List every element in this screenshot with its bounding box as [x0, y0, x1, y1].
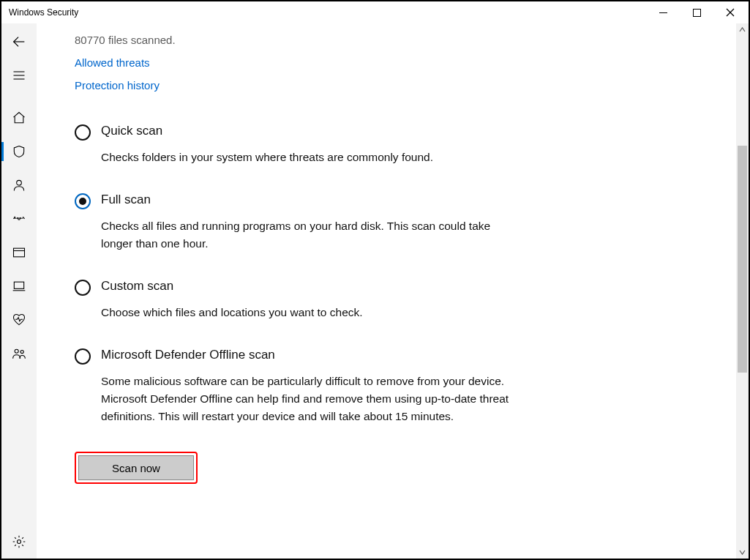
svg-point-15 [20, 350, 23, 353]
custom-scan-option[interactable]: Custom scan Choose which files and locat… [75, 279, 543, 321]
svg-rect-12 [14, 282, 23, 288]
back-button[interactable] [1, 25, 37, 59]
svg-point-16 [18, 540, 21, 544]
settings-icon[interactable] [1, 525, 37, 559]
device-security-icon[interactable] [1, 269, 37, 303]
hamburger-button[interactable] [1, 59, 37, 92]
vertical-scrollbar[interactable] [736, 23, 749, 559]
maximize-button[interactable] [680, 1, 713, 23]
family-icon[interactable] [1, 337, 37, 370]
scan-options: Quick scan Checks folders in your system… [75, 124, 736, 425]
firewall-icon[interactable] [1, 202, 37, 236]
svg-rect-1 [693, 9, 700, 16]
quick-scan-option[interactable]: Quick scan Checks folders in your system… [75, 124, 543, 166]
device-health-icon[interactable] [1, 303, 37, 337]
nav-rail [1, 23, 37, 559]
window-title: Windows Security [9, 7, 78, 18]
quick-scan-title: Quick scan [101, 124, 433, 138]
custom-scan-desc: Choose which files and locations you wan… [101, 304, 363, 321]
custom-scan-radio[interactable] [75, 280, 91, 296]
home-icon[interactable] [1, 101, 37, 135]
body: 80770 files scanned. Allowed threats Pro… [1, 23, 749, 559]
window-controls [646, 1, 747, 23]
close-button[interactable] [713, 1, 747, 23]
scroll-down-arrow[interactable] [736, 546, 749, 559]
svg-point-9 [18, 218, 20, 220]
svg-point-8 [17, 180, 22, 185]
full-scan-desc: Checks all files and running programs on… [101, 217, 511, 253]
titlebar: Windows Security [1, 1, 749, 23]
svg-point-14 [15, 349, 18, 353]
shield-icon[interactable] [1, 135, 37, 168]
full-scan-option[interactable]: Full scan Checks all files and running p… [75, 193, 543, 253]
offline-scan-radio[interactable] [75, 348, 91, 365]
custom-scan-title: Custom scan [101, 279, 363, 294]
offline-scan-option[interactable]: Microsoft Defender Offline scan Some mal… [75, 348, 543, 425]
account-icon[interactable] [1, 168, 37, 202]
scan-summary: 80770 files scanned. [75, 34, 736, 46]
allowed-threats-link[interactable]: Allowed threats [75, 56, 736, 69]
main-content: 80770 files scanned. Allowed threats Pro… [37, 23, 736, 559]
scroll-track[interactable] [736, 36, 749, 546]
content-wrap: 80770 files scanned. Allowed threats Pro… [37, 23, 749, 559]
offline-scan-title: Microsoft Defender Offline scan [101, 348, 511, 362]
svg-rect-10 [14, 248, 25, 257]
full-scan-title: Full scan [101, 193, 511, 207]
full-scan-radio[interactable] [75, 193, 91, 209]
scroll-thumb[interactable] [738, 146, 747, 373]
offline-scan-desc: Some malicious software can be particula… [101, 373, 511, 425]
app-browser-icon[interactable] [1, 236, 37, 269]
minimize-button[interactable] [646, 1, 680, 23]
quick-scan-radio[interactable] [75, 124, 91, 141]
scan-now-highlight: Scan now [75, 452, 736, 484]
scan-now-button[interactable]: Scan now [78, 455, 194, 480]
app-window: Windows Security [0, 0, 750, 560]
protection-history-link[interactable]: Protection history [75, 79, 736, 92]
quick-scan-desc: Checks folders in your system where thre… [101, 149, 433, 166]
scroll-up-arrow[interactable] [736, 23, 749, 36]
